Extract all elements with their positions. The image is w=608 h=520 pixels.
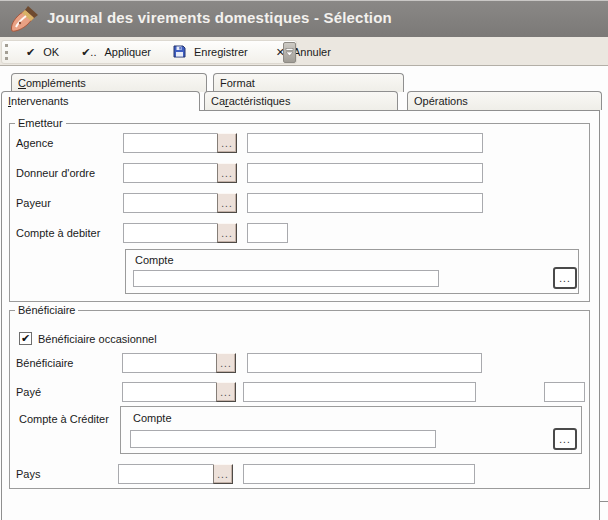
toolbar: ✔ OK ✔.. Appliquer Enregistrer <box>0 37 608 66</box>
agence-name-input[interactable] <box>247 133 483 153</box>
check-icon: ✔ <box>26 47 35 58</box>
cancel-button-label: Annuler <box>293 46 331 58</box>
emetteur-legend: Emetteur <box>15 117 66 129</box>
journal-virements-window: Journal des virements domestiques - Séle… <box>0 0 608 520</box>
donneur-ordre-name-input[interactable] <box>247 163 483 183</box>
emetteur-compte-input[interactable] <box>133 270 439 287</box>
agence-code-input[interactable] <box>123 133 218 153</box>
pays-browse-button[interactable]: ... <box>213 464 233 484</box>
paye-name-input[interactable] <box>243 382 476 402</box>
agence-label: Agence <box>16 137 53 149</box>
compte-debiter-extra-input[interactable] <box>247 223 288 243</box>
beneficiaire-occasionnel-label: Bénéficiaire occasionnel <box>38 333 157 345</box>
beneficiaire-label: Bénéficiaire <box>16 357 73 369</box>
payeur-browse-button[interactable]: ... <box>217 193 237 213</box>
pays-label: Pays <box>16 468 40 480</box>
apply-button[interactable]: ✔.. Appliquer <box>70 41 162 63</box>
payeur-code-input[interactable] <box>123 193 218 213</box>
donneur-ordre-label: Donneur d'ordre <box>16 167 95 179</box>
beneficiaire-browse-button[interactable]: ... <box>216 353 236 373</box>
page-border-tick <box>600 501 608 502</box>
check-dots-icon: ✔.. <box>81 47 96 58</box>
save-diskette-icon <box>173 45 186 60</box>
cancel-button[interactable]: ✕ Annuler <box>265 41 342 63</box>
emetteur-compte-panel: Compte ... <box>125 249 579 294</box>
tab-complements[interactable]: Compléments <box>11 73 207 92</box>
tab-caracteristiques[interactable]: Caractéristiques <box>204 91 398 110</box>
beneficiaire-compte-browse-button[interactable]: ... <box>553 428 577 450</box>
emetteur-compte-label: Compte <box>135 254 174 266</box>
beneficiaire-name-input[interactable] <box>247 353 482 373</box>
toolbar-overflow-icon <box>285 48 294 60</box>
toolbar-overflow-button[interactable] <box>283 42 296 63</box>
agence-browse-button[interactable]: ... <box>217 133 237 153</box>
paye-code-input[interactable] <box>122 382 217 402</box>
toolbar-grip[interactable] <box>5 44 8 60</box>
donneur-ordre-code-input[interactable] <box>123 163 218 183</box>
toolbar-raft: ✔ OK ✔.. Appliquer Enregistrer <box>1 40 297 64</box>
save-button-label: Enregistrer <box>194 46 248 58</box>
donneur-ordre-browse-button[interactable]: ... <box>217 163 237 183</box>
payeur-name-input[interactable] <box>247 193 483 213</box>
pen-nib-icon <box>9 4 40 35</box>
pays-name-input[interactable] <box>243 464 475 484</box>
beneficiaire-compte-label: Compte <box>133 412 172 424</box>
compte-debiter-code-input[interactable] <box>123 223 218 243</box>
compte-debiter-label: Compte à debiter <box>16 227 100 239</box>
tab-intervenants[interactable]: Intervenants <box>1 91 200 111</box>
apply-button-label: Appliquer <box>104 46 150 58</box>
beneficiaire-legend: Bénéficiaire <box>15 304 78 316</box>
paye-label: Payé <box>16 386 41 398</box>
ok-button-label: OK <box>43 46 59 58</box>
compte-debiter-browse-button[interactable]: ... <box>217 223 237 243</box>
checkmark-icon: ✔ <box>21 334 30 343</box>
tab-page-intervenants: Emetteur Agence ... Donneur d'ordre ... … <box>1 110 600 520</box>
window-title: Journal des virements domestiques - Séle… <box>47 9 392 26</box>
ok-button[interactable]: ✔ OK <box>15 41 70 63</box>
beneficiaire-compte-input[interactable] <box>130 430 436 448</box>
tab-operations[interactable]: Opérations <box>407 91 602 110</box>
paye-extra-input[interactable] <box>544 382 585 402</box>
payeur-label: Payeur <box>16 197 51 209</box>
emetteur-compte-browse-button[interactable]: ... <box>553 267 577 289</box>
pays-code-input[interactable] <box>118 464 214 484</box>
titlebar: Journal des virements domestiques - Séle… <box>0 0 608 37</box>
beneficiaire-code-input[interactable] <box>122 353 217 373</box>
save-button[interactable]: Enregistrer <box>162 41 259 63</box>
tab-format[interactable]: Format <box>213 73 404 92</box>
beneficiaire-compte-panel: Compte ... <box>120 406 582 454</box>
beneficiaire-occasionnel-checkbox[interactable]: ✔ <box>19 332 32 345</box>
paye-browse-button[interactable]: ... <box>216 382 236 402</box>
compte-crediter-label: Compte à Créditer <box>19 413 109 425</box>
